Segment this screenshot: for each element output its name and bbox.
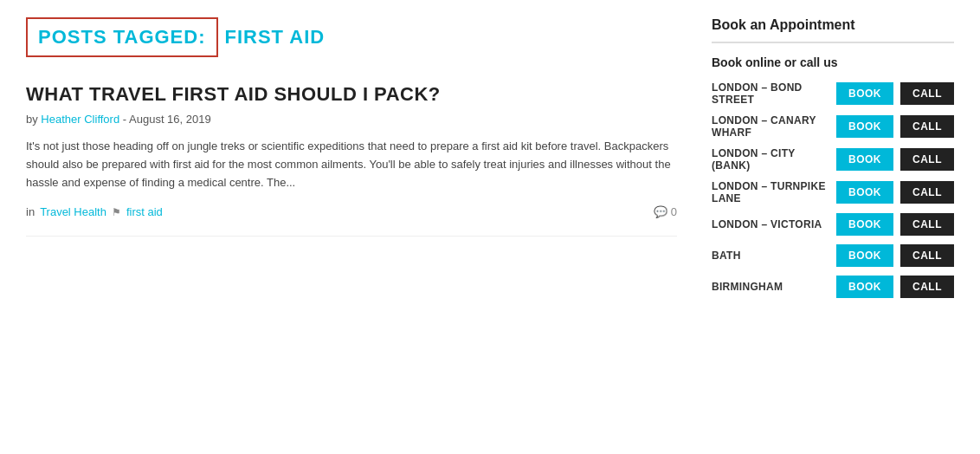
call-button[interactable]: CALL [900, 82, 954, 105]
book-button[interactable]: BOOK [836, 213, 893, 236]
article-excerpt: It's not just those heading off on jungl… [26, 138, 677, 191]
page-title-wrapper: POSTS TAGGED: FIRST AID [26, 17, 325, 57]
location-row: LONDON – CITY (BANK)BOOKCALL [712, 147, 954, 172]
book-button[interactable]: BOOK [836, 115, 893, 138]
location-name: LONDON – TURNPIKE LANE [712, 180, 829, 204]
call-button[interactable]: CALL [900, 148, 954, 171]
location-row: LONDON – CANARY WHARFBOOKCALL [712, 114, 954, 139]
article-date: - August 16, 2019 [123, 113, 211, 126]
page-title-prefix: POSTS TAGGED: [38, 26, 206, 48]
book-button[interactable]: BOOK [836, 148, 893, 171]
article-author-link[interactable]: Heather Clifford [41, 113, 119, 126]
page-title-box: POSTS TAGGED: [26, 17, 218, 57]
article-comment-count: 💬 0 [654, 205, 677, 218]
article-tag-link[interactable]: first aid [126, 205, 163, 218]
call-button[interactable]: CALL [900, 213, 954, 236]
article-category-prefix: in [26, 205, 35, 218]
location-name: BIRMINGHAM [712, 281, 829, 293]
article-title: WHAT TRAVEL FIRST AID SHOULD I PACK? [26, 83, 677, 106]
book-button[interactable]: BOOK [836, 276, 893, 298]
call-button[interactable]: CALL [900, 115, 954, 138]
article-meta: by Heather Clifford - August 16, 2019 [26, 113, 677, 126]
book-button[interactable]: BOOK [836, 244, 893, 267]
article-footer: in Travel Health ⚑ first aid 💬 0 [26, 205, 677, 218]
location-name: BATH [712, 250, 829, 262]
location-name: LONDON – CITY (BANK) [712, 147, 829, 172]
article-footer-left: in Travel Health ⚑ first aid [26, 205, 163, 218]
call-button[interactable]: CALL [900, 181, 954, 204]
call-button[interactable]: CALL [900, 276, 954, 298]
page-wrapper: POSTS TAGGED: FIRST AID WHAT TRAVEL FIRS… [0, 0, 980, 324]
book-button[interactable]: BOOK [836, 82, 893, 105]
article: WHAT TRAVEL FIRST AID SHOULD I PACK? by … [26, 83, 677, 237]
location-name: LONDON – BOND STREET [712, 81, 829, 106]
location-row: LONDON – VICTORIABOOKCALL [712, 213, 954, 236]
location-row: LONDON – BOND STREETBOOKCALL [712, 81, 954, 106]
sidebar: Book an Appointment Book online or call … [712, 17, 954, 307]
page-title-tag: FIRST AID [218, 26, 326, 49]
location-name: LONDON – VICTORIA [712, 218, 829, 230]
call-button[interactable]: CALL [900, 244, 954, 267]
article-category-link[interactable]: Travel Health [40, 205, 106, 218]
location-name: LONDON – CANARY WHARF [712, 114, 829, 139]
location-row: BIRMINGHAMBOOKCALL [712, 276, 954, 298]
book-button[interactable]: BOOK [836, 181, 893, 204]
sidebar-heading: Book an Appointment [712, 17, 954, 33]
sidebar-subheading: Book online or call us [712, 55, 954, 69]
location-row: BATHBOOKCALL [712, 244, 954, 267]
location-row: LONDON – TURNPIKE LANEBOOKCALL [712, 180, 954, 204]
tag-icon: ⚑ [112, 206, 121, 218]
article-by-label: by [26, 113, 38, 126]
sidebar-divider [712, 42, 954, 43]
locations-list: LONDON – BOND STREETBOOKCALLLONDON – CAN… [712, 81, 954, 298]
main-content: POSTS TAGGED: FIRST AID WHAT TRAVEL FIRS… [26, 17, 677, 307]
